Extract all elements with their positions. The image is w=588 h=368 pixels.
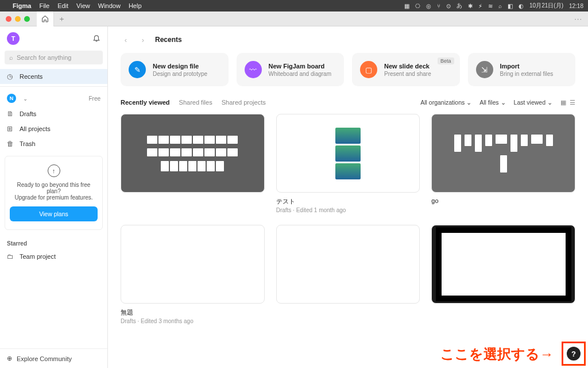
status-icon[interactable]: ⎔ (415, 3, 420, 9)
status-icon[interactable]: ⊙ (446, 3, 451, 9)
new-design-file-card[interactable]: ✎ New design fileDesign and prototype (121, 53, 229, 86)
home-icon (41, 15, 49, 22)
avatar[interactable]: T (7, 32, 20, 45)
filter-organizations[interactable]: All organizations⌄ (420, 99, 471, 106)
chevron-down-icon: ⌄ (466, 99, 471, 106)
menu-view[interactable]: View (76, 2, 90, 9)
view-plans-button[interactable]: View plans (10, 206, 98, 221)
folder-icon: 🗀 (7, 252, 15, 260)
bluetooth-icon[interactable]: ✱ (468, 3, 473, 9)
main-content: ‹ › Recents ✎ New design fileDesign and … (108, 26, 588, 368)
status-icon[interactable]: ▦ (404, 3, 409, 9)
status-icon[interactable]: ◎ (426, 3, 431, 9)
menubar-date[interactable]: 10月21日(月) (529, 2, 563, 10)
filter-files[interactable]: All files⌄ (479, 99, 505, 106)
file-card[interactable] (431, 225, 575, 324)
menu-edit[interactable]: Edit (57, 2, 68, 9)
list-view-icon[interactable]: ☰ (570, 99, 575, 106)
search-icon: ⌕ (9, 54, 13, 61)
new-figjam-card[interactable]: 〰 New FigJam boardWhiteboard and diagram (237, 53, 345, 86)
import-card[interactable]: ⇲ ImportBring in external files (468, 53, 576, 86)
control-center-icon[interactable]: ◧ (508, 3, 513, 9)
chevron-down-icon: ⌄ (547, 99, 552, 106)
new-tab-button[interactable]: ＋ (54, 12, 69, 26)
globe-icon: ⊕ (7, 355, 12, 362)
presentation-icon: ▢ (360, 61, 377, 78)
explore-community-button[interactable]: ⊕ Explore Community (0, 348, 107, 368)
minimize-window-icon[interactable] (15, 16, 21, 22)
sidebar-item-team-project[interactable]: 🗀 Team project (0, 249, 107, 264)
upgrade-card: ↑ Ready to go beyond this free plan? Upg… (5, 156, 103, 230)
plan-label: Free (88, 95, 100, 102)
file-thumbnail (121, 114, 265, 193)
file-subtitle: Drafts · Edited 3 months ago (121, 318, 265, 324)
sidebar-item-drafts[interactable]: 🗎 Drafts (0, 106, 107, 121)
file-card[interactable]: 無題 Drafts · Edited 3 months ago (121, 225, 265, 324)
annotation-highlight: ? (562, 342, 586, 366)
beta-badge: Beta (438, 57, 454, 64)
grid-icon: ⊞ (7, 125, 15, 133)
workspace-badge: N (7, 94, 16, 103)
macos-menubar: Figma File Edit View Window Help ▦ ⎔ ◎ ⑂… (0, 0, 588, 12)
marker-icon: 〰 (245, 61, 262, 78)
status-icon[interactable]: ⑂ (437, 3, 440, 9)
filter-sort[interactable]: Last viewed⌄ (514, 99, 552, 106)
file-card[interactable]: go (431, 114, 575, 213)
file-thumbnail (431, 114, 575, 193)
tab-recently-viewed[interactable]: Recently viewed (121, 99, 170, 106)
search-placeholder: Search for anything (17, 54, 71, 61)
nav-back-button[interactable]: ‹ (121, 34, 131, 45)
clock-icon: ◷ (7, 72, 15, 80)
file-title: 無題 (121, 308, 265, 317)
workspace-selector[interactable]: N ⌄ Free (0, 90, 107, 106)
wifi-icon[interactable]: ≋ (488, 3, 493, 9)
app-name[interactable]: Figma (13, 2, 31, 9)
menu-file[interactable]: File (39, 2, 49, 9)
file-thumbnail (431, 225, 575, 304)
home-tab[interactable] (37, 12, 54, 26)
zoom-window-icon[interactable] (24, 16, 30, 22)
siri-icon[interactable]: ◐ (519, 3, 524, 9)
pen-icon: ✎ (129, 61, 146, 78)
notifications-icon[interactable] (92, 34, 100, 44)
chevron-down-icon: ⌄ (501, 99, 506, 106)
file-subtitle: Drafts · Edited 1 month ago (276, 207, 420, 213)
trash-icon: 🗑 (7, 140, 15, 148)
starred-label: Starred (0, 235, 107, 249)
new-slide-deck-card[interactable]: Beta ▢ New slide deckPresent and share (352, 53, 460, 86)
file-thumbnail (276, 114, 420, 193)
close-window-icon[interactable] (6, 16, 11, 22)
file-card[interactable]: テスト Drafts · Edited 1 month ago (276, 114, 420, 213)
window-titlebar: ＋ ··· (0, 12, 588, 26)
file-thumbnail (276, 225, 420, 304)
sidebar: T ⌕ Search for anything ◷ Recents N ⌄ Fr… (0, 26, 108, 368)
grid-view-icon[interactable]: ▦ (560, 99, 566, 106)
nav-forward-button[interactable]: › (138, 34, 148, 45)
ime-icon[interactable]: あ (457, 2, 462, 10)
battery-icon[interactable]: ⚡︎ (478, 3, 482, 9)
sidebar-item-recents[interactable]: ◷ Recents (0, 69, 107, 84)
help-button[interactable]: ? (567, 347, 581, 361)
menu-help[interactable]: Help (129, 2, 142, 9)
import-icon: ⇲ (476, 61, 493, 78)
file-thumbnail (121, 225, 265, 304)
tab-shared-files[interactable]: Shared files (179, 99, 212, 106)
menubar-time[interactable]: 12:18 (569, 3, 583, 9)
page-title: Recents (155, 36, 182, 44)
file-card[interactable] (276, 225, 420, 324)
sidebar-item-all-projects[interactable]: ⊞ All projects (0, 121, 107, 136)
file-title: go (431, 197, 575, 204)
file-card[interactable] (121, 114, 265, 213)
menu-window[interactable]: Window (98, 2, 121, 9)
tab-shared-projects[interactable]: Shared projects (222, 99, 266, 106)
chevron-down-icon: ⌄ (23, 95, 28, 102)
window-menu-icon[interactable]: ··· (574, 14, 582, 23)
annotation-text: ここを選択する→ (440, 345, 554, 363)
search-input[interactable]: ⌕ Search for anything (5, 51, 103, 64)
upgrade-icon: ↑ (48, 164, 60, 177)
sidebar-item-trash[interactable]: 🗑 Trash (0, 136, 107, 151)
spotlight-icon[interactable]: ⌕ (498, 3, 502, 9)
file-title: テスト (276, 197, 420, 206)
traffic-lights[interactable] (6, 16, 30, 22)
file-icon: 🗎 (7, 110, 15, 118)
